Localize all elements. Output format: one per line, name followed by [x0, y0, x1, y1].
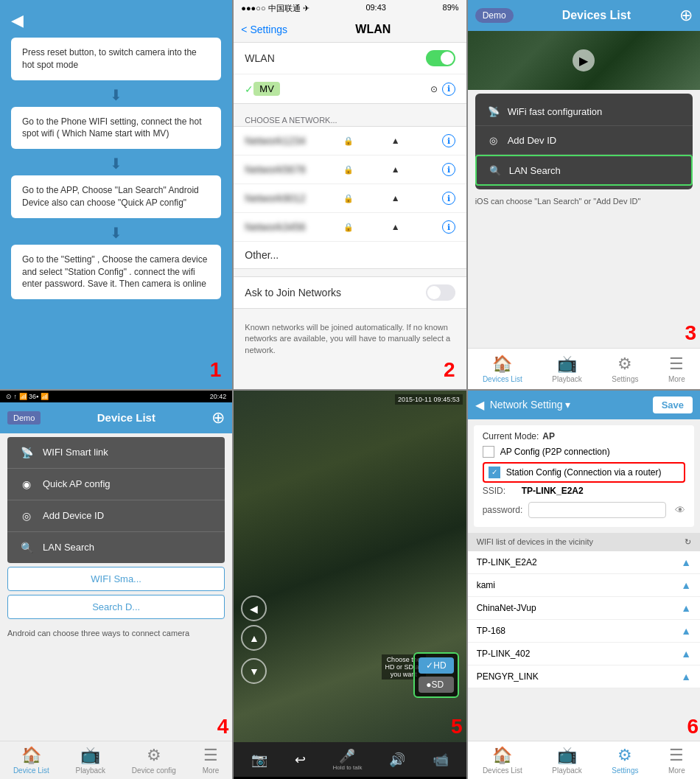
ask-join-toggle[interactable] — [426, 284, 455, 301]
demo-button-4[interactable]: Demo — [7, 411, 41, 425]
tab-playback-3[interactable]: 📺 Playback — [552, 354, 582, 383]
refresh-icon[interactable]: ↻ — [685, 537, 691, 547]
ssid-row: SSID: TP-LINK_E2A2 — [483, 483, 685, 499]
panel-3-ios-devices: Demo Devices List ⊕ ▶ 📡 WiFi fast config… — [468, 0, 700, 389]
hd-sd-panel: ✓ HD ● SD — [413, 652, 458, 698]
panel-6-network-setting: ◀ Network Setting ▾ Save Current Mode: A… — [468, 391, 700, 780]
wlan-toggle[interactable] — [426, 50, 455, 66]
tab-device-config-4[interactable]: ⚙ Device config — [132, 746, 176, 775]
info-icon-selected[interactable]: ℹ — [442, 83, 455, 96]
save-button-6[interactable]: Save — [653, 397, 693, 413]
wifi-smart-button[interactable]: WIFI Sma... — [7, 567, 225, 591]
choose-network-header: CHOOSE A NETWORK... — [234, 111, 466, 126]
info-3[interactable]: ℹ — [442, 192, 455, 205]
info-4[interactable]: ℹ — [442, 220, 455, 234]
tab-device-list-4[interactable]: 🏠 Device List — [13, 746, 49, 775]
panel-2-ios-wlan: ●●●○○ 中国联通 ✈ 09:43 89% < Settings WLAN W… — [234, 0, 466, 389]
network-row-3[interactable]: Network9012 🔒 ▲ ℹ — [234, 184, 466, 213]
wifi-fast-config-item[interactable]: 📡 WiFi fast configuration — [475, 97, 693, 126]
station-config-row: ✓ Station Config (Connection via a route… — [483, 462, 685, 483]
camera-button[interactable]: 📷 — [251, 752, 267, 768]
hd-button[interactable]: ✓ HD — [419, 657, 453, 674]
wifi-item-0[interactable]: TP-LINK_E2A2 ▲ — [468, 551, 700, 574]
station-config-checkbox[interactable]: ✓ — [489, 467, 500, 478]
record-button[interactable]: 📹 — [433, 752, 449, 768]
wifi-network-list: TP-LINK_E2A2 ▲ kami ▲ ChinaNet-JVup ▲ TP… — [468, 551, 700, 688]
speaker-button[interactable]: 🔊 — [389, 752, 405, 768]
tab-more-6[interactable]: ☰ More — [668, 746, 685, 775]
wifi-signal-0: ▲ — [681, 556, 691, 568]
network-row-2[interactable]: Network5678 🔒 ▲ ℹ — [234, 156, 466, 184]
current-mode-row: Current Mode: AP — [483, 431, 685, 441]
nav-down-button[interactable]: ▼ — [241, 655, 267, 687]
search-device-button[interactable]: Search D... — [7, 595, 225, 619]
demo-button-3[interactable]: Demo — [475, 8, 514, 23]
nav-left-button[interactable]: ◀ — [241, 593, 267, 624]
step-number-4: 4 — [217, 715, 229, 738]
wifi-icon: ⊙ — [430, 84, 438, 94]
device-list-title-4: Device List — [41, 411, 211, 424]
quick-ap-config-item[interactable]: ◉ Quick AP config — [7, 468, 225, 500]
bottom-tab-bar-6: 🏠 Devices List 📺 Playback ⚙ Settings ☰ M… — [468, 741, 700, 779]
network-row-1[interactable]: Network1234 🔒 ▲ ℹ — [234, 127, 466, 156]
tab-settings-3[interactable]: ⚙ Settings — [612, 354, 638, 383]
tab-playback-4[interactable]: 📺 Playback — [76, 746, 106, 775]
arrow-left-icon: ◀ — [241, 595, 267, 621]
tab-playback-6[interactable]: 📺 Playback — [552, 746, 582, 775]
devices-list-title: Devices List — [514, 9, 679, 22]
nav-up-button[interactable]: ▲ — [241, 622, 267, 654]
ios-nav-bar: < Settings WLAN — [234, 17, 466, 42]
network-row-4[interactable]: Network3456 🔒 ▲ ℹ — [234, 213, 466, 242]
password-input[interactable] — [528, 502, 666, 518]
add-device-dropdown: 📡 WiFi fast configuration ◎ Add Dev ID 🔍… — [475, 94, 693, 189]
selected-network-row[interactable]: ✓ MV ⊙ ℹ — [234, 74, 466, 103]
add-dev-id-icon: ◎ — [486, 132, 502, 148]
sd-button[interactable]: ● SD — [419, 677, 453, 693]
wifi-smart-link-item[interactable]: 📡 WIFI Smart link — [7, 437, 225, 468]
android-status-bar: ⊙ ↑ 📶 36▪ 📶 20:42 — [0, 391, 232, 402]
network-setting-title: Network Setting ▾ — [490, 399, 653, 411]
more-icon-3: ☰ — [669, 354, 684, 374]
mic-icon: 🎤 — [339, 748, 355, 764]
back-button[interactable]: ◀ — [11, 11, 24, 30]
wifi-item-2[interactable]: ChinaNet-JVup ▲ — [468, 597, 700, 620]
info-2[interactable]: ℹ — [442, 163, 455, 176]
back-button-6[interactable]: ◀ — [475, 398, 484, 412]
add-device-button-4[interactable]: ⊕ — [211, 408, 225, 427]
ios-status-bar: ●●●○○ 中国联通 ✈ 09:43 89% — [234, 0, 466, 17]
tab-devices-list-3[interactable]: 🏠 Devices List — [483, 354, 522, 383]
wifi-list-header: WIFI list of devices in the vicinity ↻ — [468, 533, 700, 551]
wifi-item-4[interactable]: TP-LINK_402 ▲ — [468, 643, 700, 666]
info-1[interactable]: ℹ — [442, 134, 455, 147]
eye-icon[interactable]: 👁 — [675, 504, 685, 516]
lan-search-item-3[interactable]: 🔍 LAN Search — [475, 155, 693, 186]
add-dev-id-item[interactable]: ◎ Add Dev ID — [475, 126, 693, 155]
wifi-fast-icon: 📡 — [486, 103, 502, 119]
ios-back-button[interactable]: < Settings — [241, 24, 287, 35]
add-device-id-item[interactable]: ◎ Add Device ID — [7, 500, 225, 531]
wifi-icon-3: ▲ — [391, 193, 400, 203]
add-device-button-3[interactable]: ⊕ — [679, 6, 693, 25]
tab-devices-list-6[interactable]: 🏠 Devices List — [483, 746, 522, 775]
wifi-item-3[interactable]: TP-168 ▲ — [468, 620, 700, 643]
play-button[interactable]: ▶ — [573, 49, 595, 71]
ap-config-checkbox[interactable] — [483, 446, 494, 458]
ios-note-devices: iOS can choose "Lan Search" or "Add Dev … — [468, 193, 700, 209]
tab-settings-6[interactable]: ⚙ Settings — [612, 746, 638, 775]
other-network-row[interactable]: Other... — [234, 242, 466, 268]
tab-more-3[interactable]: ☰ More — [668, 354, 685, 383]
wifi-signal-2: ▲ — [681, 602, 691, 614]
lan-search-icon-3: 🔍 — [487, 162, 503, 178]
wifi-item-5[interactable]: PENGYR_LINK ▲ — [468, 666, 700, 688]
wifi-signal-3: ▲ — [681, 625, 691, 637]
android-note: Android can choose three ways to connect… — [4, 623, 228, 643]
sd-dot-icon: ● — [426, 680, 431, 690]
wifi-item-1[interactable]: kami ▲ — [468, 574, 700, 597]
tab-more-4[interactable]: ☰ More — [203, 746, 220, 775]
talk-button[interactable]: 🎤 Hold to talk — [332, 748, 362, 771]
more-icon-4: ☰ — [203, 746, 218, 765]
replay-button[interactable]: ↩ — [295, 752, 306, 768]
lan-search-item-4[interactable]: 🔍 LAN Search — [7, 531, 225, 563]
record-icon: 📹 — [433, 752, 449, 768]
android-content: 📡 WIFI Smart link ◉ Quick AP config ◎ Ad… — [0, 433, 232, 643]
